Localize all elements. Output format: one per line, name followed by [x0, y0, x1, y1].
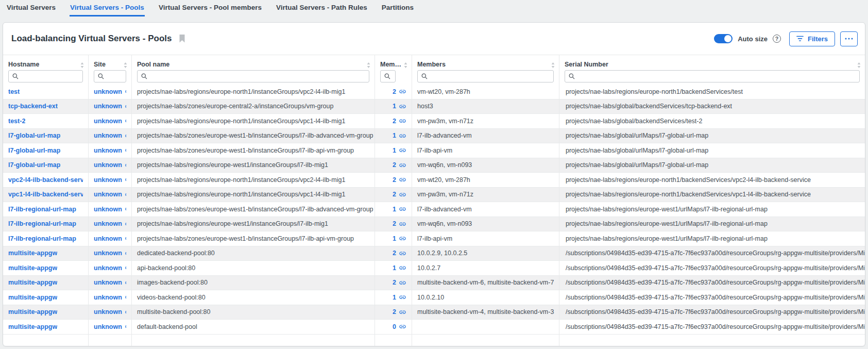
table-row: test-2unknownprojects/nae-labs/regions/e… — [3, 114, 865, 129]
sort-icon[interactable] — [551, 62, 555, 68]
member-count-link[interactable]: 2 — [393, 191, 406, 198]
hostname-cell: multisite-appgw — [3, 246, 89, 261]
hostname-link[interactable]: vpc2-l4-ilb-backend-service — [8, 176, 83, 184]
table-row: multisite-appgwunknownvideos-backend-poo… — [3, 290, 865, 305]
hostname-link[interactable]: l7-ilb-regional-url-map — [8, 220, 76, 227]
sort-icon[interactable] — [367, 62, 370, 68]
site-link[interactable]: unknown — [94, 323, 126, 330]
member-count-link[interactable]: 1 — [393, 293, 406, 301]
tab-virtual-servers[interactable]: Virtual Servers — [6, 0, 56, 16]
tab-partitions[interactable]: Partitions — [381, 0, 414, 16]
column-header-count[interactable]: Mem… — [375, 55, 412, 69]
member-count-link[interactable]: 1 — [393, 235, 406, 242]
member-count-cell: 2 — [375, 173, 412, 187]
site-link[interactable]: unknown — [94, 191, 126, 198]
sort-icon[interactable] — [124, 62, 127, 68]
member-count-link[interactable]: 1 — [393, 205, 406, 213]
site-link[interactable]: unknown — [94, 103, 126, 110]
hostname-link[interactable]: multisite-appgw — [8, 308, 57, 315]
filler-cell-hostname — [3, 335, 89, 346]
hostname-link[interactable]: l7-ilb-regional-url-map — [8, 206, 76, 213]
serial-search-input[interactable] — [565, 70, 860, 82]
site-link[interactable]: unknown — [94, 250, 126, 257]
tab-virtual-servers-path-rules[interactable]: Virtual Servers - Path Rules — [276, 0, 368, 16]
more-options-button[interactable] — [840, 31, 858, 46]
member-count-link[interactable]: 2 — [393, 279, 406, 287]
hostname-link[interactable]: l7-global-url-map — [8, 132, 60, 139]
member-count-link[interactable]: 2 — [393, 176, 406, 184]
table-row: multisite-appgwunknownimages-backend-poo… — [3, 276, 865, 291]
site-link[interactable]: unknown — [94, 161, 126, 169]
site-link[interactable]: unknown — [94, 88, 126, 95]
hostname-cell: l7-global-url-map — [3, 158, 89, 173]
sort-icon[interactable] — [404, 62, 407, 68]
site-link[interactable]: unknown — [94, 117, 126, 125]
site-link[interactable]: unknown — [94, 235, 126, 242]
member-count-link[interactable]: 1 — [393, 103, 406, 110]
column-header-pool[interactable]: Pool name — [132, 55, 375, 69]
column-header-members[interactable]: Members — [412, 55, 559, 69]
count-search-input[interactable] — [380, 70, 396, 82]
member-count-link[interactable]: 2 — [393, 88, 406, 95]
site-cell: unknown — [89, 231, 132, 246]
member-count-link[interactable]: 1 — [393, 146, 406, 154]
hostname-link[interactable]: l7-ilb-regional-url-map — [8, 235, 76, 242]
hostname-link[interactable]: test — [8, 88, 20, 95]
top-tab-bar: Virtual ServersVirtual Servers - PoolsVi… — [0, 0, 868, 16]
member-count-link[interactable]: 0 — [393, 323, 406, 330]
member-count-cell: 0 — [375, 320, 412, 334]
hostname-link[interactable]: multisite-appgw — [8, 250, 57, 257]
link-icon — [399, 146, 406, 154]
members-cell: vm-wt20, vm-287h — [412, 85, 559, 99]
site-link[interactable]: unknown — [94, 308, 126, 316]
member-count-link[interactable]: 2 — [393, 308, 406, 316]
hostname-link[interactable]: l7-global-url-map — [8, 161, 60, 169]
hostname-link[interactable]: multisite-appgw — [8, 294, 57, 301]
bookmark-icon[interactable] — [179, 35, 185, 43]
hostname-link[interactable]: test-2 — [8, 118, 25, 125]
hostname-link[interactable]: vpc1-l4-ilb-backend-service — [8, 191, 83, 198]
hostname-link[interactable]: tcp-backend-ext — [8, 103, 58, 110]
site-link[interactable]: unknown — [94, 176, 126, 184]
column-header-serial[interactable]: Serial Number — [559, 55, 865, 69]
site-link[interactable]: unknown — [94, 205, 126, 213]
serial-number-cell: projects/nae-labs/regions/europe-west1/u… — [559, 231, 865, 246]
help-icon[interactable]: ? — [773, 35, 781, 43]
site-link[interactable]: unknown — [94, 220, 126, 228]
site-link[interactable]: unknown — [94, 132, 126, 140]
site-link[interactable]: unknown — [94, 264, 126, 272]
column-header-hostname[interactable]: Hostname — [3, 55, 89, 69]
site-cell: unknown — [89, 290, 132, 305]
column-header-site[interactable]: Site — [89, 55, 132, 69]
table-row: l7-ilb-regional-url-mapunknownprojects/n… — [3, 202, 865, 217]
link-icon — [125, 117, 126, 125]
members-search-input[interactable] — [417, 70, 554, 82]
tab-virtual-servers-pools[interactable]: Virtual Servers - Pools — [70, 0, 145, 16]
filters-button[interactable]: Filters — [789, 31, 835, 46]
member-count-link[interactable]: 2 — [393, 117, 406, 125]
site-link[interactable]: unknown — [94, 279, 126, 287]
site-link[interactable]: unknown — [94, 293, 126, 301]
hostname-search-input[interactable] — [8, 70, 83, 82]
auto-size-toggle[interactable] — [714, 34, 733, 43]
members-cell: l7-ilb-advanced-vm — [412, 129, 559, 143]
member-count-link[interactable]: 1 — [393, 264, 406, 272]
search-icon — [12, 73, 19, 79]
member-count-link[interactable]: 2 — [393, 250, 406, 257]
members-cell: multisite-backend-vm-6, multisite-backen… — [412, 276, 559, 290]
site-link[interactable]: unknown — [94, 146, 126, 154]
member-count-link[interactable]: 2 — [393, 220, 406, 228]
pool-search-input[interactable] — [137, 70, 369, 82]
sort-icon[interactable] — [80, 62, 84, 68]
tab-virtual-servers-pool-members[interactable]: Virtual Servers - Pool members — [158, 0, 262, 16]
hostname-link[interactable]: l7-global-url-map — [8, 147, 60, 154]
members-cell: vm-pw3m, vm-n71z — [412, 114, 559, 128]
hostname-link[interactable]: multisite-appgw — [8, 279, 57, 286]
member-count-link[interactable]: 1 — [393, 132, 406, 140]
hostname-link[interactable]: multisite-appgw — [8, 323, 57, 330]
site-search-input[interactable] — [94, 70, 126, 82]
sort-icon[interactable] — [857, 62, 861, 68]
member-count-link[interactable]: 2 — [393, 161, 406, 169]
hostname-link[interactable]: multisite-appgw — [8, 264, 57, 272]
site-cell: unknown — [89, 188, 132, 202]
